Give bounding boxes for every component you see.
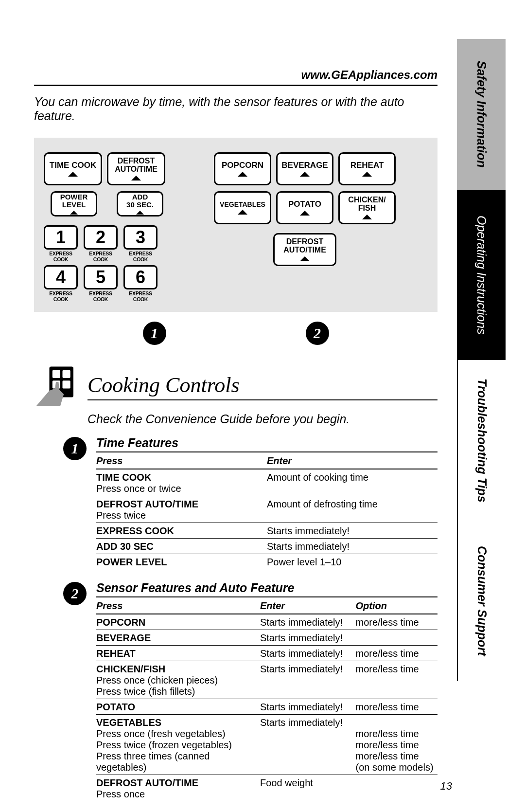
arrow-up-icon [238,172,247,177]
express-5-button[interactable]: 5EXPRESS COOK [84,265,118,302]
control-panel: TIME COOK DEFROSTAUTO/TIME POWERLEVEL AD… [34,138,438,312]
express-3-button[interactable]: 3EXPRESS COOK [123,225,158,262]
header-url: www.GEAppliances.com [34,68,438,86]
button-label: TIME COOK [50,161,96,170]
panel-right-group: POPCORN BEVERAGE REHEAT VEGETABLES POTAT… [214,152,396,272]
button-label: DEFROSTAUTO/TIME [115,157,158,174]
col-option: Option [356,598,438,614]
arrow-up-icon [131,176,141,180]
chicken-fish-button[interactable]: CHICKEN/FISH [338,191,396,224]
intro-text: You can microwave by time, with the sens… [34,95,438,123]
defrost-auto-button[interactable]: DEFROSTAUTO/TIME [273,233,336,266]
callouts-row: 1 2 [34,322,438,345]
button-label: ADD30 SEC. [126,193,154,209]
tab-operating[interactable]: Operating Instructions [457,190,506,360]
arrow-up-icon [238,210,247,215]
popcorn-button[interactable]: POPCORN [214,152,271,185]
tab-safety[interactable]: Safety Information [457,39,506,190]
col-enter: Enter [267,453,438,469]
sidebar-tabs: Safety Information Operating Instruction… [457,39,515,773]
time-cook-button[interactable]: TIME COOK [44,152,102,185]
callout-1: 1 [143,322,166,345]
arrow-up-icon [300,256,310,261]
arrow-up-icon [362,215,372,219]
power-level-button[interactable]: POWERLEVEL [51,191,97,217]
callout-2-inline: 2 [63,582,87,605]
express-4-button[interactable]: 4EXPRESS COOK [44,265,78,302]
express-2-button[interactable]: 2EXPRESS COOK [84,225,118,262]
arrow-up-icon [70,211,78,215]
sensor-features-title: Sensor Features and Auto Feature [96,581,438,597]
callout-2: 2 [306,322,329,345]
arrow-up-icon [136,211,144,215]
reheat-button[interactable]: REHEAT [338,152,396,185]
arrow-up-icon [300,172,310,177]
col-press: Press [96,598,260,614]
panel-left-group: TIME COOK DEFROSTAUTO/TIME POWERLEVEL AD… [44,152,165,302]
button-label: POWERLEVEL [60,193,88,209]
beverage-button[interactable]: BEVERAGE [276,152,333,185]
arrow-up-icon [300,211,310,216]
svg-rect-4 [63,380,70,388]
sensor-features-table: Press Enter Option POPCORNStarts immedia… [96,598,438,801]
time-features-title: Time Features [96,436,438,452]
express-1-button[interactable]: 1EXPRESS COOK [44,225,78,262]
time-features-table: Press Enter TIME COOKPress once or twice… [96,453,438,569]
hand-press-icon [34,364,78,408]
svg-rect-2 [63,370,70,378]
callout-1-inline: 1 [63,437,87,460]
col-press: Press [96,453,267,469]
section-title: Cooking Controls [88,373,438,400]
potato-button[interactable]: POTATO [276,191,333,224]
vegetables-button[interactable]: VEGETABLES [214,191,271,224]
page-number: 13 [440,780,452,793]
col-enter: Enter [260,598,356,614]
arrow-up-icon [68,172,78,177]
tab-consumer[interactable]: Consumer Support [457,521,506,681]
express-6-button[interactable]: 6EXPRESS COOK [123,265,158,302]
section-subtitle: Check the Convenience Guide before you b… [88,412,438,426]
add-30-button[interactable]: ADD30 SEC. [117,191,163,217]
arrow-up-icon [362,172,372,177]
svg-rect-1 [52,370,60,378]
tab-troubleshooting[interactable]: Troubleshooting Tips [457,360,506,521]
defrost-button[interactable]: DEFROSTAUTO/TIME [107,152,165,185]
